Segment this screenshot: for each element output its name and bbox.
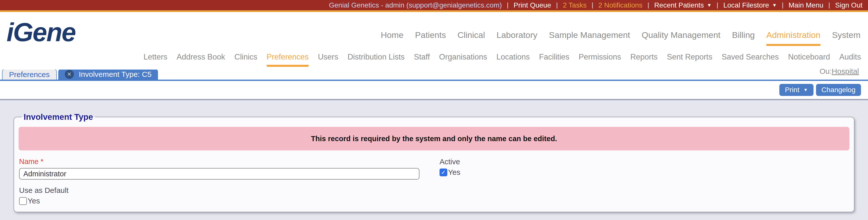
igene-logo[interactable]: iGene <box>6 19 75 45</box>
organisation-unit: Ou:Hospital <box>819 67 859 75</box>
default-field-group: Use as Default Yes <box>18 186 850 205</box>
ou-label: Ou: <box>819 67 832 75</box>
nav-preferences[interactable]: Preferences <box>267 53 309 67</box>
tab-involvement-type[interactable]: ✕ Involvement Type: C5 <box>58 69 158 80</box>
name-label: Name * <box>19 157 435 166</box>
tab-preferences[interactable]: Preferences <box>2 69 57 80</box>
default-option-label: Yes <box>28 197 40 205</box>
use-as-default-checkbox[interactable] <box>19 197 27 205</box>
nav-organisations[interactable]: Organisations <box>439 53 487 67</box>
nav-noticeboard[interactable]: Noticeboard <box>788 53 830 67</box>
nav-system[interactable]: System <box>832 30 861 46</box>
print-button[interactable]: Print ▼ <box>779 84 813 96</box>
nav-home[interactable]: Home <box>381 30 404 46</box>
separator: | <box>823 1 835 9</box>
name-input[interactable] <box>19 168 420 180</box>
active-field-group: Active ✓ Yes <box>439 157 460 177</box>
nav-address-book[interactable]: Address Book <box>177 53 225 67</box>
nav-saved-searches[interactable]: Saved Searches <box>721 53 779 67</box>
chevron-down-icon: ▼ <box>707 2 712 8</box>
separator: | <box>502 1 514 9</box>
tab-strip: Preferences ✕ Involvement Type: C5 <box>0 69 868 81</box>
nav-administration[interactable]: Administration <box>766 30 820 46</box>
changelog-button[interactable]: Changelog <box>816 84 861 96</box>
tasks-link[interactable]: 2 Tasks <box>563 1 586 9</box>
nav-facilities[interactable]: Facilities <box>539 53 569 67</box>
involvement-type-panel: Involvement Type This record is required… <box>13 112 855 212</box>
separator: | <box>586 1 598 9</box>
close-icon[interactable]: ✕ <box>65 70 74 79</box>
separator: | <box>551 1 563 9</box>
primary-nav: Home Patients Clinical Laboratory Sample… <box>381 30 861 46</box>
panel-title: Involvement Type <box>22 112 95 122</box>
nav-sent-reports[interactable]: Sent Reports <box>667 53 712 67</box>
recent-patients-menu[interactable]: Recent Patients ▼ <box>654 1 712 9</box>
separator: | <box>777 1 788 9</box>
active-checkbox[interactable]: ✓ <box>439 168 447 176</box>
nav-letters[interactable]: Letters <box>144 53 167 67</box>
nav-sample-management[interactable]: Sample Management <box>549 30 630 46</box>
nav-permissions[interactable]: Permissions <box>579 53 621 67</box>
alert-message: This record is required by the system an… <box>311 135 557 143</box>
form-row-name-active: Name * Active ✓ Yes <box>18 157 850 180</box>
nav-audits[interactable]: Audits <box>839 53 861 67</box>
nav-distribution-lists[interactable]: Distribution Lists <box>348 53 405 67</box>
default-checkbox-row: Yes <box>19 197 850 205</box>
active-option-label: Yes <box>448 168 460 177</box>
separator: | <box>643 1 654 9</box>
nav-locations[interactable]: Locations <box>497 53 530 67</box>
main-menu-link[interactable]: Main Menu <box>788 1 824 9</box>
nav-patients[interactable]: Patients <box>415 30 446 46</box>
main-content: Involvement Type This record is required… <box>0 99 868 220</box>
local-filestore-menu[interactable]: Local Filestore ▼ <box>723 1 777 9</box>
active-label: Active <box>439 157 460 166</box>
user-info: Genial Genetics - admin (support@genialg… <box>329 1 502 9</box>
nav-clinical[interactable]: Clinical <box>457 30 485 46</box>
nav-laboratory[interactable]: Laboratory <box>497 30 537 46</box>
ou-hospital-link[interactable]: Hospital <box>832 67 859 75</box>
nav-clinics[interactable]: Clinics <box>234 53 257 67</box>
tab-label: Involvement Type: C5 <box>79 70 152 78</box>
chevron-down-icon: ▼ <box>803 87 808 93</box>
system-record-alert: This record is required by the system an… <box>19 127 849 151</box>
separator: | <box>712 1 723 9</box>
notifications-link[interactable]: 2 Notifications <box>598 1 643 9</box>
nav-billing[interactable]: Billing <box>732 30 755 46</box>
page-toolbar: Print ▼ Changelog <box>0 81 868 99</box>
chevron-down-icon: ▼ <box>772 2 777 8</box>
nav-quality-management[interactable]: Quality Management <box>642 30 720 46</box>
name-field-group: Name * <box>18 157 435 180</box>
nav-staff[interactable]: Staff <box>414 53 430 67</box>
active-checkbox-row: ✓ Yes <box>439 168 460 177</box>
use-as-default-label: Use as Default <box>19 186 850 195</box>
app-header: iGene Home Patients Clinical Laboratory … <box>0 12 868 69</box>
top-status-bar: Genial Genetics - admin (support@genialg… <box>0 0 868 12</box>
sign-out-link[interactable]: Sign Out <box>835 1 863 9</box>
secondary-nav: Letters Address Book Clinics Preferences… <box>144 53 861 67</box>
print-queue-link[interactable]: Print Queue <box>514 1 551 9</box>
nav-reports[interactable]: Reports <box>630 53 658 67</box>
nav-users[interactable]: Users <box>318 53 338 67</box>
